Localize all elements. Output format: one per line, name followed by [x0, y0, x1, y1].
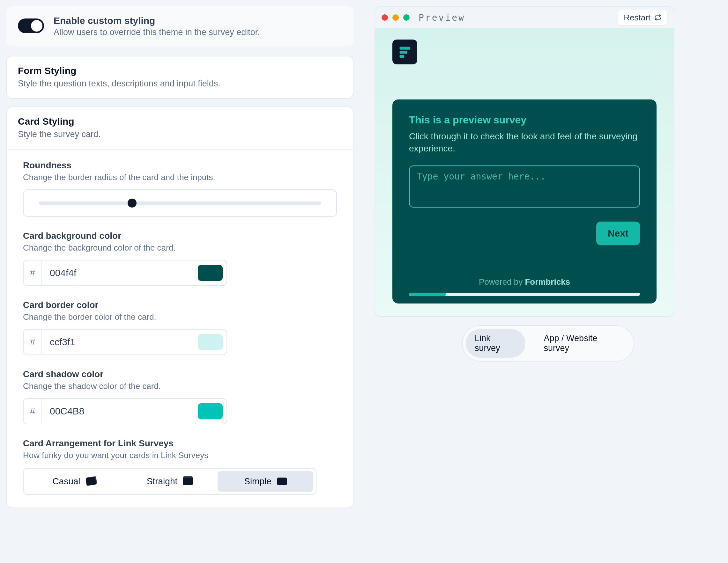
card-bg-field: Card background color Change the backgro…: [23, 231, 337, 286]
enable-desc: Allow users to override this theme in th…: [54, 27, 260, 37]
window-minimize-icon: [392, 14, 399, 21]
survey-title: This is a preview survey: [409, 114, 640, 126]
survey-desc: Click through it to check the look and f…: [409, 130, 640, 155]
preview-window: Preview Restart: [375, 6, 674, 317]
option-label: Casual: [52, 476, 80, 486]
card-shadow-swatch[interactable]: [198, 403, 223, 419]
svg-rect-2: [400, 55, 405, 58]
arrangement-straight[interactable]: Straight: [122, 471, 218, 492]
window-zoom-icon: [403, 14, 410, 21]
arrangement-title: Card Arrangement for Link Surveys: [23, 438, 337, 448]
enable-custom-styling-card: Enable custom styling Allow users to ove…: [6, 6, 353, 46]
brand-logo: [392, 40, 417, 64]
powered-by: Powered by Formbricks: [409, 277, 640, 287]
roundness-desc: Change the border radius of the card and…: [23, 173, 337, 182]
form-styling-header[interactable]: Form Styling Style the question texts, d…: [7, 56, 353, 98]
card-shadow-field: Card shadow color Change the shadow colo…: [23, 369, 337, 424]
card-arrangement-field: Card Arrangement for Link Surveys How fu…: [23, 438, 337, 495]
roundness-title: Roundness: [23, 160, 337, 171]
survey-answer-input[interactable]: [409, 166, 640, 208]
window-close-icon: [382, 14, 388, 21]
form-styling-title: Form Styling: [18, 65, 342, 76]
progress-bar: [409, 292, 640, 296]
toggle-knob: [31, 20, 42, 32]
restart-icon: [654, 14, 661, 21]
simple-icon: [277, 478, 287, 485]
straight-icon: [183, 478, 193, 485]
form-styling-panel: Form Styling Style the question texts, d…: [6, 56, 353, 99]
restart-button[interactable]: Restart: [618, 10, 667, 26]
card-border-swatch[interactable]: [198, 334, 223, 350]
arrangement-desc: How funky do you want your cards in Link…: [23, 450, 337, 460]
card-border-field: Card border color Change the border colo…: [23, 300, 337, 355]
survey-card: This is a preview survey Click through i…: [392, 100, 657, 303]
progress-fill: [409, 292, 446, 296]
option-label: Simple: [244, 476, 271, 486]
card-bg-title: Card background color: [23, 231, 337, 241]
roundness-slider-box: [23, 189, 337, 217]
card-shadow-hex[interactable]: 00C4B8: [42, 406, 198, 417]
card-shadow-input[interactable]: # 00C4B8: [23, 398, 227, 424]
card-border-title: Card border color: [23, 300, 337, 310]
next-button[interactable]: Next: [596, 222, 640, 245]
arrangement-simple[interactable]: Simple: [218, 471, 313, 492]
card-shadow-desc: Change the shadow color of the card.: [23, 381, 337, 391]
card-styling-header[interactable]: Card Styling Style the survey card.: [7, 107, 353, 149]
svg-rect-0: [400, 47, 410, 50]
card-border-desc: Change the border color of the card.: [23, 312, 337, 322]
casual-icon: [85, 477, 96, 486]
hash-symbol: #: [24, 261, 42, 285]
hash-symbol: #: [24, 399, 42, 424]
card-border-input[interactable]: # ccf3f1: [23, 329, 227, 355]
card-styling-desc: Style the survey card.: [18, 130, 342, 139]
formbricks-logo-icon: [398, 45, 412, 59]
card-bg-desc: Change the background color of the card.: [23, 243, 337, 253]
powered-brand: Formbricks: [525, 277, 570, 286]
hash-symbol: #: [24, 330, 42, 354]
enable-custom-styling-toggle[interactable]: [18, 19, 44, 33]
card-bg-hex[interactable]: 004f4f: [42, 268, 198, 278]
arrangement-options: Casual Straight Simple: [23, 468, 316, 495]
svg-rect-1: [400, 51, 407, 54]
preview-header: Preview Restart: [375, 7, 674, 28]
slider-thumb[interactable]: [128, 199, 137, 208]
roundness-slider[interactable]: [39, 202, 321, 205]
tab-link-survey[interactable]: Link survey: [466, 329, 525, 358]
form-styling-desc: Style the question texts, descriptions a…: [18, 79, 342, 89]
card-styling-panel: Card Styling Style the survey card. Roun…: [6, 107, 353, 508]
powered-prefix: Powered by: [479, 277, 525, 286]
card-bg-swatch[interactable]: [198, 265, 223, 281]
card-shadow-title: Card shadow color: [23, 369, 337, 379]
option-label: Straight: [147, 476, 178, 486]
survey-mode-pills: Link survey App / Website survey: [462, 325, 634, 361]
preview-label: Preview: [419, 12, 465, 23]
restart-label: Restart: [624, 13, 650, 23]
arrangement-casual[interactable]: Casual: [26, 471, 122, 492]
card-styling-title: Card Styling: [18, 116, 342, 127]
enable-title: Enable custom styling: [54, 15, 260, 26]
card-border-hex[interactable]: ccf3f1: [42, 337, 198, 347]
roundness-field: Roundness Change the border radius of th…: [23, 160, 337, 217]
tab-app-survey[interactable]: App / Website survey: [535, 329, 630, 358]
card-bg-input[interactable]: # 004f4f: [23, 260, 227, 286]
